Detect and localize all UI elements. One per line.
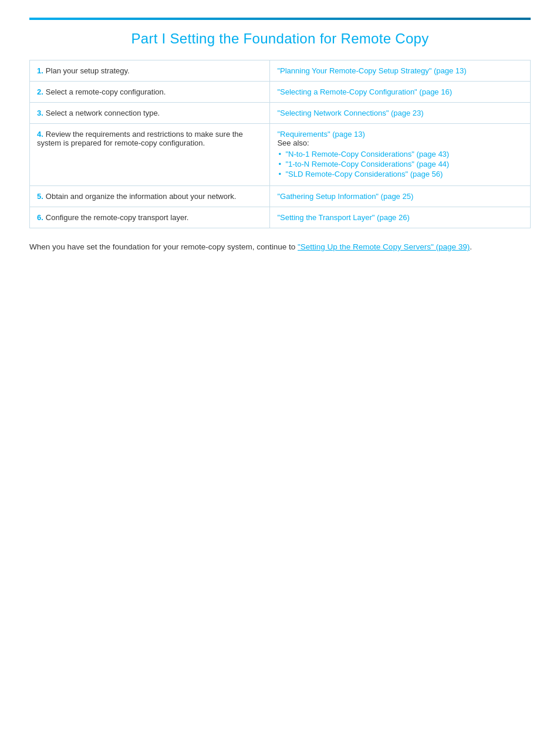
table-row: 1.Plan your setup strategy."Planning You… <box>30 60 531 82</box>
step-link[interactable]: "Setting the Transport Layer" (page 26) <box>277 213 409 222</box>
step-text: Obtain and organize the information abou… <box>46 192 236 201</box>
step-right-cell: "Selecting Network Connections" (page 23… <box>270 103 531 124</box>
page-title: Part I Setting the Foundation for Remote… <box>29 31 531 47</box>
step-text: Configure the remote-copy transport laye… <box>46 213 189 222</box>
step-left-cell: 6.Configure the remote-copy transport la… <box>30 207 270 228</box>
step-left-cell: 3.Select a network connection type. <box>30 103 270 124</box>
step-link[interactable]: "Selecting Network Connections" (page 23… <box>277 109 423 117</box>
bullet-link[interactable]: "1-to-N Remote-Copy Considerations" (pag… <box>285 160 449 168</box>
bullet-list: "N-to-1 Remote-Copy Considerations" (pag… <box>277 150 523 178</box>
bullet-link[interactable]: "SLD Remote-Copy Considerations" (page 5… <box>285 170 443 178</box>
top-border <box>29 18 531 20</box>
step-number: 3. <box>37 109 43 117</box>
step-number: 2. <box>37 87 43 96</box>
step-text: Select a remote-copy configuration. <box>46 87 166 96</box>
table-row: 3.Select a network connection type."Sele… <box>30 103 531 124</box>
table-row: 5.Obtain and organize the information ab… <box>30 186 531 207</box>
list-item: "N-to-1 Remote-Copy Considerations" (pag… <box>277 150 523 158</box>
bullet-link[interactable]: "N-to-1 Remote-Copy Considerations" (pag… <box>285 150 449 158</box>
step-right-cell: "Requirements" (page 13)See also:"N-to-1… <box>270 124 531 186</box>
step-left-cell: 4.Review the requirements and restrictio… <box>30 124 270 186</box>
step-link[interactable]: "Selecting a Remote-Copy Configuration" … <box>277 87 452 96</box>
step-link[interactable]: "Gathering Setup Information" (page 25) <box>277 192 413 201</box>
table-row: 6.Configure the remote-copy transport la… <box>30 207 531 228</box>
step-left-cell: 1.Plan your setup strategy. <box>30 60 270 82</box>
step-text: Review the requirements and restrictions… <box>37 130 243 147</box>
step-link[interactable]: "Planning Your Remote-Copy Setup Strateg… <box>277 66 466 75</box>
footer-prefix: When you have set the foundation for you… <box>29 242 298 251</box>
step-text: Select a network connection type. <box>46 109 160 117</box>
table-row: 4.Review the requirements and restrictio… <box>30 124 531 186</box>
step-right-cell: "Setting the Transport Layer" (page 26) <box>270 207 531 228</box>
see-also-label: See also: <box>277 139 523 147</box>
step-right-cell: "Planning Your Remote-Copy Setup Strateg… <box>270 60 531 82</box>
step-left-cell: 2.Select a remote-copy configuration. <box>30 82 270 103</box>
list-item: "SLD Remote-Copy Considerations" (page 5… <box>277 170 523 178</box>
step-left-cell: 5.Obtain and organize the information ab… <box>30 186 270 207</box>
page-container: Part I Setting the Foundation for Remote… <box>29 18 531 253</box>
footer-link[interactable]: "Setting Up the Remote Copy Servers" (pa… <box>298 242 470 251</box>
step-number: 1. <box>37 66 43 75</box>
step-text: Plan your setup strategy. <box>46 66 130 75</box>
step-right-cell: "Gathering Setup Information" (page 25) <box>270 186 531 207</box>
table-row: 2.Select a remote-copy configuration."Se… <box>30 82 531 103</box>
footer-paragraph: When you have set the foundation for you… <box>29 241 531 253</box>
list-item: "1-to-N Remote-Copy Considerations" (pag… <box>277 160 523 168</box>
steps-table: 1.Plan your setup strategy."Planning You… <box>29 60 531 228</box>
step-number: 6. <box>37 213 43 222</box>
step-number: 4. <box>37 130 43 139</box>
footer-suffix: . <box>470 242 472 251</box>
step-number: 5. <box>37 192 43 201</box>
step-right-cell: "Selecting a Remote-Copy Configuration" … <box>270 82 531 103</box>
step-main-link[interactable]: "Requirements" (page 13) <box>277 130 365 139</box>
